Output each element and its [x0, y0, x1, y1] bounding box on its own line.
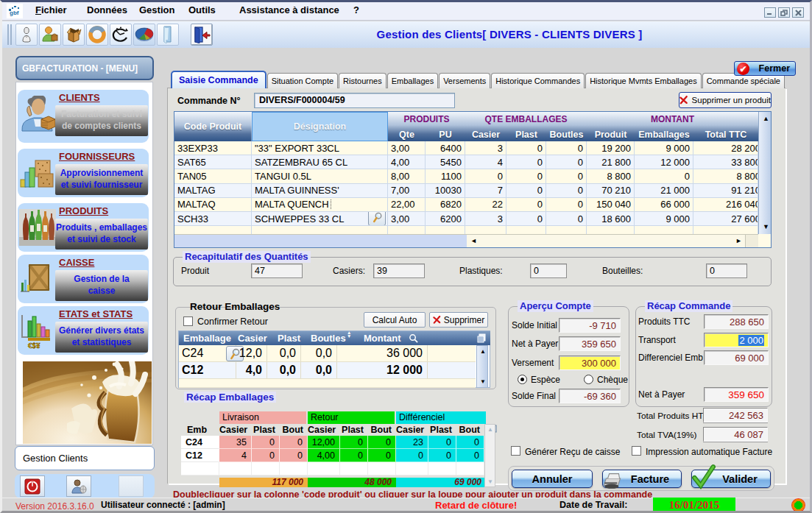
col-header-bout[interactable]: Bout [456, 425, 480, 435]
col-header-casier[interactable]: Casier [308, 425, 336, 435]
col-header-plast[interactable]: Plast [252, 425, 275, 435]
sidebar-item-produits[interactable]: PRODUITSProduits , emballages et suivi d… [18, 203, 149, 252]
menu-help[interactable]: ? [353, 4, 359, 15]
recap-emb-scrollbar[interactable]: ▲▼ [484, 424, 495, 487]
scroll-down-icon[interactable]: ▼ [480, 378, 486, 385]
tab-situation-compte[interactable]: Situation Compte [267, 73, 338, 88]
fermer-button[interactable]: ✔ Fermer [734, 61, 796, 76]
sidebar-item-caisse[interactable]: CAISSEGestion de la caisse [18, 255, 149, 303]
col-header-emb[interactable]: Emb [187, 425, 207, 435]
valider-button[interactable]: Valider [691, 470, 771, 488]
versement-input[interactable]: 300 000 [559, 355, 621, 370]
col-header-pu[interactable]: PU [426, 127, 465, 141]
col-header-bout[interactable]: Bout [368, 425, 392, 435]
search-icon[interactable] [368, 212, 386, 226]
scroll-right-icon[interactable]: ► [735, 238, 742, 244]
col-header-emballages[interactable]: Emballages [635, 127, 693, 141]
tab-historique-mvmts-emballages[interactable]: Historique Mvmts Emballages [585, 73, 702, 88]
grid-vertical-scrollbar[interactable]: ▲▼ [758, 112, 771, 234]
product-row-SAT65[interactable]: SAT65SATZEMBRAU 65 CL4,00545040021 80012… [174, 155, 758, 169]
col-header-bout[interactable]: Bout [280, 425, 303, 435]
product-row-TAN05[interactable]: TAN05TANGUI 0.5L8,0011000008 80008 800 [174, 169, 758, 183]
tab-saisie-commande[interactable]: Saisie Commande [171, 71, 266, 88]
user-settings-button[interactable] [66, 475, 91, 497]
user-box-icon[interactable] [39, 24, 61, 46]
tab-versements[interactable]: Versements [439, 73, 490, 88]
scroll-down-icon[interactable]: ▼ [763, 224, 769, 230]
col-header-plast[interactable]: Plast [506, 127, 546, 141]
close-button[interactable] [792, 7, 804, 18]
retour-col-montant[interactable]: Montant [364, 333, 401, 344]
search-icon[interactable] [409, 333, 418, 343]
supprimer-retour-button[interactable]: Supprimer [429, 312, 488, 328]
bouteilles-qty-input[interactable]: 0 [706, 263, 747, 278]
scroll-down-icon[interactable]: ▼ [487, 478, 493, 485]
facture-button[interactable]: Facture [602, 470, 682, 488]
retour-col-plast[interactable]: Plast [278, 333, 300, 344]
cheque-radio[interactable] [584, 375, 593, 384]
col-header-plast[interactable]: Plast [340, 425, 364, 435]
col-header-casier[interactable]: Casier [465, 127, 506, 141]
menu-fichier[interactable]: Fichier [35, 4, 67, 15]
sidebar-item-etats-et-stats[interactable]: €$¥ETATS et STATSGénérer divers états et… [18, 306, 149, 355]
tab-ristournes[interactable]: Ristournes [339, 73, 386, 88]
pie-chart-icon[interactable] [133, 24, 155, 46]
retour-col-emballage[interactable]: Emballage [183, 333, 231, 344]
box-icon[interactable] [63, 24, 85, 46]
col-header-produit[interactable]: Produit [587, 127, 635, 141]
recap-emb-row-C12[interactable]: C124004,0000000 [181, 449, 496, 462]
col-header-casier[interactable]: Casier [396, 425, 424, 435]
col-header-code[interactable]: Code Produit [174, 112, 252, 141]
extra-button[interactable] [119, 475, 144, 497]
retour-col-casier[interactable]: Casier [238, 333, 267, 344]
power-off-button[interactable] [20, 475, 45, 497]
menu-assistance[interactable]: Assistance à distance [239, 4, 339, 15]
product-row-MALTAG[interactable]: MALTAGMALTA GUINNESS'7,001003070070 2102… [174, 184, 758, 198]
recap-emb-row-C24[interactable]: C24350012,00002300 [181, 436, 496, 449]
col-header-qte[interactable]: Qte [388, 127, 426, 141]
col-header-boutles[interactable]: Boutles [546, 127, 587, 141]
calcul-auto-button[interactable]: Calcul Auto [364, 312, 426, 328]
product-row-SCH33[interactable]: SCH33SCHWEPPES 33 CL3,00620030018 6009 0… [174, 212, 758, 226]
plastiques-qty-input[interactable]: 0 [530, 263, 567, 278]
sidebar-item-fournisseurs[interactable]: FOURNISSEURSApprovisionnement et suivi f… [18, 149, 149, 197]
copy-grid-icon[interactable] [477, 333, 486, 343]
ring-icon[interactable] [86, 24, 108, 46]
col-header-casier[interactable]: Casier [219, 425, 247, 435]
menu-outils[interactable]: Outils [188, 4, 216, 15]
commande-input[interactable]: DIVERS/F000004/59 [254, 93, 455, 108]
retour-scrollbar[interactable]: ▲▼ [476, 345, 488, 388]
scroll-up-icon[interactable]: ▲ [480, 348, 486, 355]
sort-icon[interactable]: ▲▼ [347, 330, 351, 338]
confirmer-retour-checkbox[interactable] [183, 316, 193, 326]
tab-emballages[interactable]: Emballages [387, 73, 438, 88]
casiers-qty-input[interactable]: 39 [373, 263, 425, 278]
supprimer-produit-button[interactable]: Supprimer un produit [679, 92, 772, 108]
sidebar-item-clients[interactable]: CLIENTSFacturation et suivi de comptes c… [18, 90, 149, 143]
ghost-user-icon[interactable] [15, 24, 38, 46]
retour-col-boutles[interactable]: Boutles [311, 333, 346, 344]
restore-button[interactable] [778, 7, 790, 18]
tab-historique-commandes[interactable]: Historique Commandes [491, 73, 585, 88]
scroll-up-icon[interactable]: ▲ [487, 426, 493, 433]
clock-icon[interactable] [110, 24, 132, 46]
col-header-total-ttc[interactable]: Total TTC [693, 127, 758, 141]
impression-auto-checkbox[interactable] [632, 446, 641, 456]
retour-row-C12[interactable]: C124,00,00,012 000 [179, 362, 476, 379]
menu-gestion[interactable]: Gestion [139, 4, 174, 15]
scroll-up-icon[interactable]: ▲ [763, 116, 769, 122]
espece-radio[interactable] [518, 375, 527, 384]
grid-horizontal-scrollbar[interactable]: ◄ ► [174, 234, 758, 247]
product-row-33EXP33[interactable]: 33EXP33"33" EXPORT 33CL3,00640030019 200… [174, 141, 758, 155]
col-header-plast[interactable]: Plast [428, 425, 452, 435]
exit-icon[interactable] [191, 24, 213, 46]
produit-qty-input[interactable]: 47 [251, 263, 303, 278]
generer-recu-checkbox[interactable] [511, 446, 520, 456]
retour-row-C24[interactable]: C2412,00,00,036 000 [179, 345, 476, 362]
scroll-left-icon[interactable]: ◄ [470, 238, 477, 244]
product-row-MALTAQ[interactable]: MALTAQMALTA QUENCH22,0068202200150 04066… [174, 198, 758, 212]
toolbar-grip[interactable] [7, 24, 12, 45]
menu-donnees[interactable]: Données [87, 4, 127, 15]
transport-input[interactable]: 2 000 [704, 333, 769, 347]
minimize-button[interactable] [764, 7, 776, 18]
